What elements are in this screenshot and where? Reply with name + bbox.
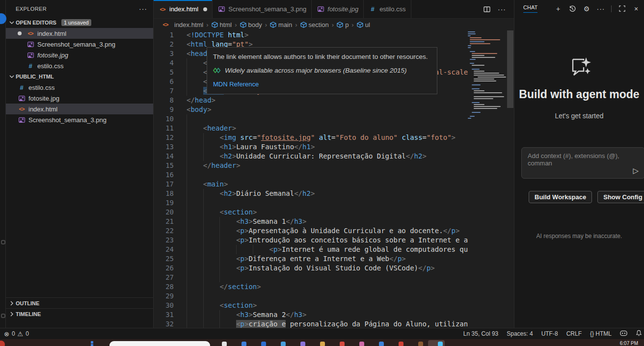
language-mode[interactable]: {} HTML xyxy=(590,330,612,337)
code-line[interactable]: <main> xyxy=(187,180,468,189)
notifications-bell-icon[interactable] xyxy=(636,330,642,338)
code-line[interactable]: <body> xyxy=(187,105,468,114)
eol-sequence[interactable]: CRLF xyxy=(566,330,582,337)
code-line[interactable]: <p>Internet é uma rede global de computa… xyxy=(187,245,468,254)
open-editor-item[interactable]: Screenshot_semana_3.png xyxy=(6,39,153,50)
build-workspace-button[interactable]: Build Workspace xyxy=(529,191,592,203)
split-editor-icon[interactable] xyxy=(483,5,491,13)
code-line[interactable]: <h3>Semana 1</h3> xyxy=(187,217,468,226)
timeline-section[interactable]: TIMELINE xyxy=(6,308,153,319)
code-line[interactable]: <header> xyxy=(187,124,468,133)
line-number: 15 xyxy=(154,161,187,170)
code-line[interactable]: <p>Instalação do Visual Studio Code (VSC… xyxy=(187,264,468,273)
taskbar-app-icon[interactable] xyxy=(379,342,384,346)
encoding[interactable]: UTF-8 xyxy=(541,330,558,337)
code-line[interactable]: <img src="fotosite.jpg" alt="Foto do alu… xyxy=(187,133,468,142)
editor-more-icon[interactable]: ··· xyxy=(498,5,506,13)
open-editor-item[interactable]: # estilo.css xyxy=(6,60,153,71)
minimap-line xyxy=(470,116,475,117)
code-line[interactable]: <p>criação e personalização da Página do… xyxy=(187,319,468,328)
indentation[interactable]: Spaces: 4 xyxy=(507,330,533,337)
chat-more-icon[interactable]: ··· xyxy=(597,5,605,13)
tab-fotosite-jpg[interactable]: fotosite.jpg xyxy=(312,0,364,18)
status-problems[interactable]: ⊗ 0 ⚠ 0 xyxy=(0,330,29,338)
taskbar-app-icon[interactable] xyxy=(281,342,286,346)
code-line[interactable]: <h2>Diário Semanal</h2> xyxy=(187,189,468,198)
code-line[interactable]: <h1>Laura Faustino</h1> xyxy=(187,142,468,152)
cursor-position[interactable]: Ln 35, Col 93 xyxy=(463,330,498,337)
taskbar-app-icon[interactable] xyxy=(0,341,5,346)
new-chat-icon[interactable]: + xyxy=(554,5,562,13)
breadcrumb-symbol[interactable]: body xyxy=(240,21,262,28)
activity-icon[interactable] xyxy=(1,240,5,244)
code-line[interactable]: <p>Diferença entre a Internet e a Web</p… xyxy=(187,254,468,264)
breadcrumb-symbol[interactable]: ul xyxy=(357,21,370,28)
breadcrumb-symbol[interactable]: section xyxy=(300,21,329,28)
breadcrumb-symbol[interactable]: p xyxy=(337,21,349,28)
chat-input[interactable]: Add context (#), extensions (@), comman … xyxy=(521,147,644,179)
history-icon[interactable] xyxy=(568,5,576,13)
code-line[interactable]: <p>Introdução aos conceitos básicos sobr… xyxy=(187,236,468,245)
code-line[interactable] xyxy=(187,170,468,180)
taskbar-search-pill[interactable] xyxy=(109,341,210,346)
taskbar-app-icon[interactable] xyxy=(300,342,305,346)
code-line[interactable]: <p>Apresentação à Unidade Curricular e a… xyxy=(187,226,468,236)
taskbar-app-icon[interactable] xyxy=(340,342,345,346)
folder-section[interactable]: PUBLIC_HTML xyxy=(6,71,153,82)
windows-start-icon[interactable] xyxy=(91,341,96,346)
taskbar-app-icon[interactable] xyxy=(438,342,443,346)
chat-tab[interactable]: CHAT xyxy=(523,4,537,13)
code-line[interactable] xyxy=(187,114,468,124)
indent-guide xyxy=(219,245,220,254)
code-line[interactable]: </head> xyxy=(187,96,468,105)
code-editor[interactable]: 1234567891011121314151617181920212223242… xyxy=(154,30,514,328)
code-line[interactable]: <h2>Unidade Curricular: Representação Di… xyxy=(187,152,468,161)
code-line[interactable] xyxy=(187,292,468,301)
file-item[interactable]: Screenshot_semana_3.png xyxy=(6,114,153,125)
code-line[interactable] xyxy=(187,273,468,282)
file-item[interactable]: # estilo.css xyxy=(6,82,153,93)
mdn-reference-link[interactable]: MDN Reference xyxy=(213,80,431,89)
taskbar-app-icon[interactable] xyxy=(242,342,246,346)
windows-taskbar[interactable]: 6:07 PM xyxy=(0,339,644,346)
scrollbar-thumb[interactable] xyxy=(507,30,513,108)
tab-index-html[interactable]: <> index.html xyxy=(154,0,213,18)
code-line[interactable]: <!DOCTYPE html> xyxy=(187,30,468,40)
open-editor-item[interactable]: fotosite.jpg xyxy=(6,50,153,60)
code-line[interactable]: <section> xyxy=(187,208,468,217)
code-line[interactable]: </section> xyxy=(187,282,468,292)
tab-screenshot-png[interactable]: Screenshot_semana_3.png xyxy=(213,0,312,18)
show-config-button[interactable]: Show Config xyxy=(597,191,644,203)
open-editors-section[interactable]: OPEN EDITORS 1 unsaved xyxy=(6,17,153,28)
breadcrumb-symbol[interactable]: html xyxy=(212,21,232,28)
send-icon[interactable]: ▷ xyxy=(633,166,639,175)
code-line[interactable]: </header> xyxy=(187,161,468,170)
vertical-scrollbar[interactable] xyxy=(507,30,514,328)
file-item[interactable]: <> index.html xyxy=(6,104,153,114)
tab-estilo-css[interactable]: # estilo.css xyxy=(364,0,411,18)
maximize-icon[interactable] xyxy=(618,5,626,13)
copilot-icon[interactable] xyxy=(620,330,627,338)
taskbar-app-icon[interactable] xyxy=(399,342,403,346)
outline-section[interactable]: OUTLINE xyxy=(6,297,153,308)
breadcrumb-file[interactable]: <> index.html xyxy=(161,21,203,28)
taskbar-app-icon[interactable] xyxy=(222,342,227,346)
file-item[interactable]: fotosite.jpg xyxy=(6,93,153,104)
taskbar-app-icon[interactable] xyxy=(359,342,364,346)
explorer-more-icon[interactable]: ··· xyxy=(139,5,147,13)
code-line[interactable]: <section> xyxy=(187,301,468,310)
close-icon[interactable]: × xyxy=(632,5,640,13)
modified-dot-icon[interactable] xyxy=(203,7,207,11)
code-line[interactable] xyxy=(187,198,468,208)
taskbar-app-icon[interactable] xyxy=(261,342,266,346)
minimap[interactable] xyxy=(468,30,506,120)
taskbar-app-icon[interactable] xyxy=(418,342,423,346)
code-line[interactable]: <h3>Semana 2</h3> xyxy=(187,310,468,319)
taskbar-app-icon[interactable] xyxy=(320,342,325,346)
open-editor-item[interactable]: <> index.html xyxy=(6,28,153,39)
account-badge-icon[interactable] xyxy=(0,13,6,24)
symbol-cube-icon xyxy=(337,22,343,28)
activity-icon[interactable] xyxy=(1,314,5,318)
gear-icon[interactable]: ⚙ xyxy=(583,5,590,13)
breadcrumb-symbol[interactable]: main xyxy=(270,21,292,28)
